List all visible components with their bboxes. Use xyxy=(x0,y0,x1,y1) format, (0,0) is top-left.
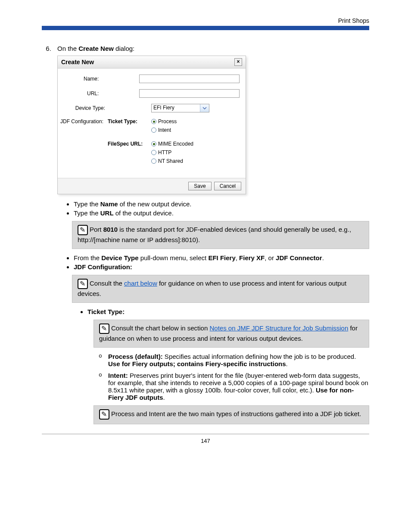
radio-icon[interactable] xyxy=(151,159,156,164)
text: Consult the chart below in section xyxy=(111,324,209,332)
text: . xyxy=(322,254,324,261)
dialog-titlebar: Create New × xyxy=(58,56,246,68)
close-icon[interactable]: × xyxy=(234,58,242,66)
label-url: URL: xyxy=(60,90,101,96)
label-ticket-type: Ticket Type: xyxy=(108,118,151,124)
text-bold: URL xyxy=(100,209,114,217)
text: , or xyxy=(265,254,276,261)
page-number: 147 xyxy=(42,438,369,444)
radio-label: MIME Encoded xyxy=(158,141,193,147)
bullet-jdf-config: JDF Configuration: xyxy=(74,263,369,271)
radio-mime[interactable]: MIME Encoded xyxy=(151,141,193,147)
radio-icon[interactable] xyxy=(151,128,156,133)
device-type-value: EFI Fiery xyxy=(152,104,200,112)
chevron-down-icon[interactable] xyxy=(200,104,209,112)
header-divider xyxy=(42,26,369,30)
radio-label: Intent xyxy=(158,127,171,133)
radio-icon[interactable] xyxy=(151,150,156,155)
footer-divider xyxy=(42,434,369,434)
dialog-footer: Save Cancel xyxy=(58,178,246,194)
text: Port xyxy=(90,226,103,233)
device-type-select[interactable]: EFI Fiery xyxy=(151,104,209,112)
pencil-icon xyxy=(78,279,88,289)
text: Process and Intent are the two main type… xyxy=(111,410,361,417)
text-bold: Create New xyxy=(78,45,114,52)
text: dialog: xyxy=(114,45,134,52)
text: of the new output device. xyxy=(118,200,192,208)
text-bold: Fiery XF xyxy=(239,254,265,261)
text-bold: Intent: xyxy=(108,372,128,379)
save-button[interactable]: Save xyxy=(188,182,211,190)
radio-intent[interactable]: Intent xyxy=(151,127,177,133)
text: . xyxy=(286,360,288,367)
note-jmf-jdf: Consult the chart below in section Notes… xyxy=(93,320,369,348)
label-device-type: Device Type: xyxy=(60,105,108,111)
text: From the xyxy=(74,254,101,261)
step-6: On the Create New dialog: Create New × N… xyxy=(53,45,369,424)
text: Specifies actual information defining ho… xyxy=(163,353,356,360)
bullet-device-type: From the Device Type pull-down menu, sel… xyxy=(74,254,369,261)
text-bold: JDF Connector xyxy=(276,254,322,261)
radio-process[interactable]: Process xyxy=(151,118,177,124)
text-bold: Process (default): xyxy=(108,353,163,360)
text-bold: Device Type xyxy=(101,254,138,261)
step-intro: On the Create New dialog: xyxy=(57,45,369,52)
radio-icon[interactable] xyxy=(151,119,156,124)
text-bold: Ticket Type: xyxy=(87,308,125,315)
text-bold: JDF Configuration: xyxy=(74,263,132,271)
url-input[interactable] xyxy=(139,89,240,98)
item-process: Process (default): Specifies actual info… xyxy=(99,353,369,367)
text: , xyxy=(236,254,239,261)
pencil-icon xyxy=(99,409,109,420)
text: pull-down menu, select xyxy=(139,254,209,261)
radio-label: Process xyxy=(158,118,177,124)
bullet-url: Type the URL of the output device. xyxy=(74,209,369,217)
item-intent: Intent: Preserves print buyer's intent f… xyxy=(99,372,369,401)
text-bold: 8010 xyxy=(103,226,118,233)
sub-ticket-type: Ticket Type: xyxy=(87,308,369,315)
text: Type the xyxy=(74,200,100,208)
header-section: Print Shops xyxy=(42,17,369,24)
link-chart-below[interactable]: chart below xyxy=(124,280,157,287)
pencil-icon xyxy=(78,225,88,235)
label-name: Name: xyxy=(60,76,101,82)
note-port: Port 8010 is the standard port for JDF-e… xyxy=(72,221,369,249)
label-jdf-config: JDF Configuration: xyxy=(60,118,108,124)
radio-ntshared[interactable]: NT Shared xyxy=(151,158,193,164)
bullet-name: Type the Name of the new output device. xyxy=(74,200,369,208)
text-bold: Use for Fiery outputs; contains Fiery-sp… xyxy=(108,360,286,367)
text: On the xyxy=(57,45,78,52)
label-filespec-url: FileSpec URL: xyxy=(108,141,151,147)
radio-label: NT Shared xyxy=(158,158,183,164)
name-input[interactable] xyxy=(139,75,240,83)
radio-label: HTTP xyxy=(158,149,171,156)
dialog-title: Create New xyxy=(61,59,94,65)
text: is the standard port for JDF-enabled dev… xyxy=(78,226,351,243)
note-process-intent: Process and Intent are the two main type… xyxy=(93,405,369,424)
text: of the output device. xyxy=(114,209,174,217)
pencil-icon xyxy=(99,324,109,334)
radio-icon[interactable] xyxy=(151,141,156,146)
text-bold: Name xyxy=(100,200,118,208)
text: Consult the xyxy=(90,280,124,287)
cancel-button[interactable]: Cancel xyxy=(214,182,241,190)
text-bold: EFI Fiery xyxy=(208,254,235,261)
radio-http[interactable]: HTTP xyxy=(151,149,193,156)
text: Type the xyxy=(74,209,100,217)
link-jmf-jdf[interactable]: Notes on JMF JDF Structure for Job Submi… xyxy=(209,324,348,332)
text: . xyxy=(163,394,165,401)
note-chart-below: Consult the chart below for guidance on … xyxy=(72,275,369,303)
create-new-dialog: Create New × Name: URL: Devic xyxy=(57,56,246,194)
